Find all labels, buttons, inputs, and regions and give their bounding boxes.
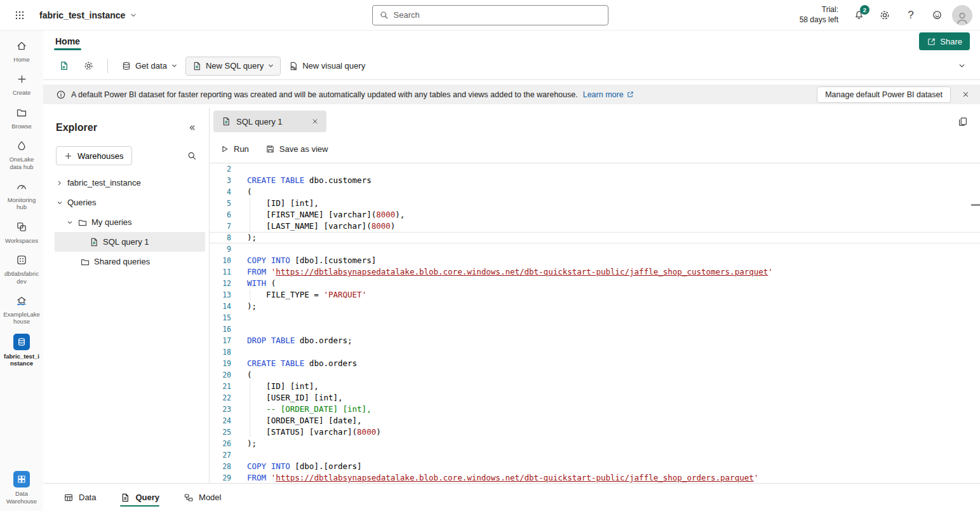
line-number: 18: [210, 346, 231, 358]
rail-item-examplelakehouse[interactable]: ExampleLakehouse: [1, 293, 43, 325]
code-line[interactable]: 25 [STATUS] [varchar](8000): [210, 426, 980, 438]
info-icon: [56, 90, 66, 100]
code-line-text: [231, 243, 247, 255]
code-line[interactable]: 19CREATE TABLE dbo.orders: [210, 358, 980, 369]
tree-item-label: My queries: [91, 217, 132, 227]
search-input[interactable]: [394, 10, 601, 20]
rail-item-label: Workspaces: [5, 237, 38, 244]
code-line[interactable]: 16: [210, 324, 980, 335]
workspace-title-dropdown[interactable]: fabric_test_instance: [36, 8, 141, 23]
sql-document-icon: [221, 116, 231, 126]
line-number: 21: [210, 381, 231, 392]
workspace-app-icon: [16, 252, 27, 268]
code-line[interactable]: 17DROP TABLE dbo.orders;: [210, 335, 980, 346]
code-line[interactable]: 2: [210, 163, 980, 175]
explorer-search-button[interactable]: [182, 146, 201, 165]
tree-item-sql-query-1[interactable]: SQL query 1: [55, 232, 205, 252]
notification-badge: 2: [860, 5, 869, 15]
tree-item-queries[interactable]: Queries: [43, 193, 209, 212]
banner-close-button[interactable]: [956, 85, 975, 104]
rail-item-home[interactable]: Home: [1, 38, 43, 63]
tree-item-shared-queries[interactable]: Shared queries: [43, 252, 209, 271]
code-line[interactable]: 26);: [210, 438, 980, 449]
rail-item-data-warehouse[interactable]: Data Warehouse: [1, 471, 43, 505]
collapse-ribbon-chevron[interactable]: [952, 57, 971, 76]
save-as-view-button[interactable]: Save as view: [265, 144, 328, 154]
code-line[interactable]: 20(: [210, 369, 980, 381]
new-sql-query-button[interactable]: New SQL query: [185, 57, 281, 76]
code-line-text: CREATE TABLE dbo.customers: [231, 175, 372, 186]
code-line[interactable]: 23 -- [ORDER_DATE] [int],: [210, 404, 980, 415]
chevron-right-icon[interactable]: [56, 179, 64, 187]
onelake-icon: [16, 138, 27, 153]
share-button[interactable]: Share: [919, 32, 970, 50]
notifications-button[interactable]: 2: [848, 4, 869, 26]
home-icon: [16, 38, 27, 53]
tab-sql-query-1[interactable]: SQL query 1: [213, 111, 326, 132]
rail-item-fabric-test-instance[interactable]: fabric_test_instance: [1, 334, 43, 367]
code-line[interactable]: 4(: [210, 186, 980, 198]
folder-icon: [80, 257, 90, 267]
search-box[interactable]: [372, 5, 608, 25]
manage-default-dataset-button[interactable]: Manage default Power BI dataset: [817, 86, 951, 103]
code-line[interactable]: 28COPY INTO [dbo].[orders]: [210, 461, 980, 472]
code-line[interactable]: 29FROM 'https://dbtlabsynapsedatalake.bl…: [210, 472, 980, 483]
collapse-explorer-button[interactable]: [182, 118, 201, 137]
code-line[interactable]: 10COPY INTO [dbo].[customers]: [210, 255, 980, 266]
code-line[interactable]: 6 [FIRST_NAME] [varchar](8000),: [210, 209, 980, 221]
code-line[interactable]: 11FROM 'https://dbtlabsynapsedatalake.bl…: [210, 266, 980, 278]
tree-item-warehouse[interactable]: fabric_test_instance: [43, 173, 209, 193]
new-item-button[interactable]: [52, 57, 76, 76]
code-line[interactable]: 24 [ORDER_DATE] [date],: [210, 415, 980, 426]
code-line-text: [ID] [int],: [231, 198, 319, 209]
add-warehouses-button[interactable]: Warehouses: [56, 146, 132, 165]
code-line[interactable]: 13 FILE_TYPE = 'PARQUET': [210, 289, 980, 301]
code-line-text: COPY INTO [dbo].[customers]: [231, 255, 376, 266]
view-tab-model[interactable]: Model: [184, 484, 221, 511]
code-line[interactable]: 15: [210, 312, 980, 324]
get-data-button[interactable]: Get data: [115, 57, 184, 76]
avatar[interactable]: [952, 5, 972, 25]
rail-item-create[interactable]: Create: [1, 71, 43, 96]
tab-close-button[interactable]: [309, 115, 321, 128]
rail-item-workspaces[interactable]: Workspaces: [1, 219, 43, 244]
code-line[interactable]: 22 [USER_ID] [int],: [210, 392, 980, 404]
help-button[interactable]: ?: [900, 4, 922, 26]
rail-item-onelake-data-hub[interactable]: OneLake data hub: [1, 138, 43, 170]
run-button[interactable]: Run: [220, 144, 249, 154]
query-editor: SQL query 1 Run: [210, 108, 980, 483]
waffle-menu-icon[interactable]: [9, 4, 30, 26]
search-icon: [379, 10, 389, 20]
rail-item-dbtlabsfabricdev[interactable]: dbtlabsfabricdev: [1, 252, 43, 285]
code-line[interactable]: 14);: [210, 301, 980, 312]
explorer-panel: Explorer Warehouses: [43, 108, 210, 483]
settings-button[interactable]: [874, 4, 896, 26]
monitoring-gauge-icon: [16, 179, 27, 194]
external-link-icon: [626, 90, 634, 99]
rail-item-monitoring-hub[interactable]: Monitoring hub: [1, 179, 43, 211]
duplicate-tab-button[interactable]: [953, 112, 972, 131]
code-line[interactable]: 12WITH (: [210, 278, 980, 289]
code-line[interactable]: 27: [210, 449, 980, 461]
view-tab-query[interactable]: Query: [120, 484, 159, 511]
line-number: 7: [210, 221, 231, 232]
code-line[interactable]: 7 [LAST_NAME] [varchar](8000): [210, 221, 980, 232]
code-line[interactable]: 18: [210, 346, 980, 358]
tab-home[interactable]: Home: [53, 32, 82, 50]
rail-item-browse[interactable]: Browse: [1, 105, 43, 130]
tree-item-my-queries[interactable]: My queries: [43, 212, 209, 232]
view-tab-data[interactable]: Data: [64, 484, 96, 511]
code-line[interactable]: 8);: [210, 232, 980, 243]
feedback-button[interactable]: [926, 4, 948, 26]
chevron-down-icon[interactable]: [66, 219, 74, 226]
overview-ruler[interactable]: [971, 163, 980, 483]
code-line[interactable]: 9: [210, 243, 980, 255]
new-visual-query-button[interactable]: New visual query: [282, 57, 372, 76]
code-line[interactable]: 3CREATE TABLE dbo.customers: [210, 175, 980, 186]
learn-more-link[interactable]: Learn more: [583, 90, 634, 99]
toolbar-settings-button[interactable]: [77, 57, 100, 76]
chevron-down-icon[interactable]: [56, 199, 64, 207]
code-line[interactable]: 5 [ID] [int],: [210, 198, 980, 209]
code-editor-surface[interactable]: 23CREATE TABLE dbo.customers4(5 [ID] [in…: [210, 163, 980, 483]
code-line[interactable]: 21 [ID] [int],: [210, 381, 980, 392]
